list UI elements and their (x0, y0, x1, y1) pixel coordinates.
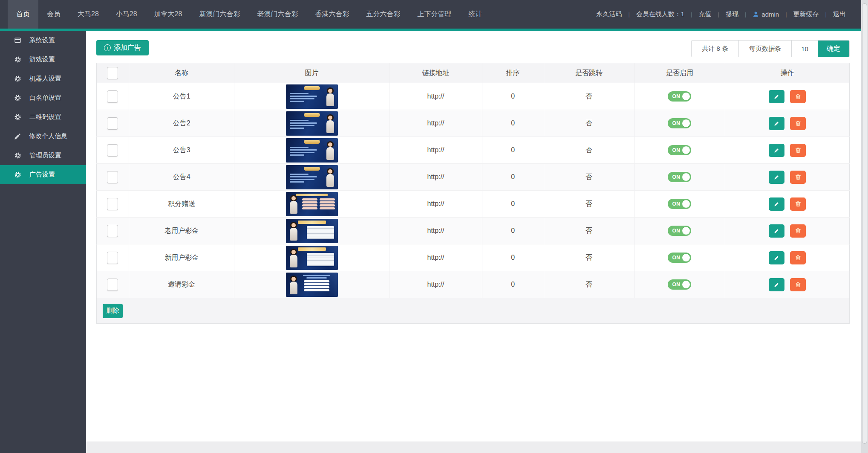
row-checkbox[interactable] (107, 279, 118, 291)
toolbar: + 添加广告 共计 8 条 每页数据条 确定 (96, 40, 850, 57)
ad-banner-image (286, 111, 338, 136)
add-ad-button[interactable]: + 添加广告 (96, 40, 149, 55)
plus-icon: + (104, 44, 111, 51)
sidebar-item-robot-settings[interactable]: 机器人设置 (0, 69, 86, 88)
sidebar-item-ad-settings[interactable]: 广告设置 (0, 165, 86, 184)
withdraw[interactable]: 提现 (726, 10, 738, 18)
toggle-knob (682, 253, 690, 262)
banner-figure (288, 222, 299, 241)
nav-tab[interactable]: 老澳门六合彩 (248, 0, 306, 29)
nav-tab[interactable]: 上下分管理 (409, 0, 460, 29)
sidebar-item-whitelist-settings[interactable]: 白名单设置 (0, 88, 86, 107)
nav-tab[interactable]: 会员 (38, 0, 69, 29)
ad-name: 新用户彩金 (129, 244, 234, 271)
delete-row-button[interactable] (790, 144, 806, 157)
nav-tab[interactable]: 统计 (460, 0, 490, 29)
top-nav: 首页会员大马28小马28加拿大28新澳门六合彩老澳门六合彩香港六合彩五分六合彩上… (0, 0, 868, 29)
ad-sort: 0 (482, 137, 544, 164)
nav-tab[interactable]: 大马28 (69, 0, 107, 29)
edit-button[interactable] (769, 224, 784, 238)
sidebar-item-admin-settings[interactable]: 管理员设置 (0, 146, 86, 165)
admin-user[interactable]: admin (753, 11, 779, 18)
separator: | (691, 11, 692, 17)
nav-tab[interactable]: 首页 (8, 0, 38, 29)
select-all-checkbox[interactable] (107, 67, 118, 79)
toggle-on-label: ON (672, 93, 680, 99)
edit-button[interactable] (769, 144, 784, 157)
column-header: 图片 (234, 63, 389, 83)
row-checkbox[interactable] (107, 90, 118, 103)
banner-figure (325, 168, 336, 188)
delete-row-button[interactable] (790, 90, 806, 103)
edit-button[interactable] (769, 251, 784, 264)
enable-toggle[interactable]: ON (668, 145, 691, 155)
sidebar-item-edit-profile[interactable]: 修改个人信息 (0, 127, 86, 146)
gear-icon (14, 171, 21, 178)
sidebar-item-label: 二维码设置 (29, 113, 61, 121)
per-page-input[interactable] (791, 41, 818, 57)
nav-tab[interactable]: 加拿大28 (146, 0, 191, 29)
sidebar-item-qrcode-settings[interactable]: 二维码设置 (0, 107, 86, 127)
recharge[interactable]: 充值 (699, 10, 712, 18)
edit-pencil-icon (773, 282, 780, 288)
ad-jump: 否 (544, 271, 634, 298)
row-checkbox[interactable] (107, 144, 118, 157)
edit-button[interactable] (769, 117, 784, 130)
total-count: 共计 8 条 (692, 41, 738, 57)
enable-toggle[interactable]: ON (668, 118, 691, 128)
refresh-cache[interactable]: 更新缓存 (793, 10, 819, 18)
toggle-on-label: ON (672, 228, 680, 234)
banner-figure (325, 114, 336, 134)
enable-toggle[interactable]: ON (668, 253, 691, 263)
confirm-button[interactable]: 确定 (818, 41, 849, 57)
nav-tab[interactable]: 小马28 (107, 0, 146, 29)
delete-row-button[interactable] (790, 197, 806, 211)
delete-row-button[interactable] (790, 117, 806, 130)
delete-row-button[interactable] (790, 278, 806, 291)
perma-code-label: 永久活码 (596, 10, 622, 18)
row-checkbox[interactable] (107, 198, 118, 210)
table-row: 公告3 http:// 0 否 ON (97, 137, 850, 164)
trash-icon (795, 254, 802, 261)
nav-tab[interactable]: 新澳门六合彩 (190, 0, 248, 29)
ad-name: 邀请彩金 (129, 271, 234, 298)
trash-icon (795, 200, 802, 207)
delete-selected-button[interactable]: 删除 (103, 304, 123, 318)
sidebar-item-system-settings[interactable]: 系统设置 (0, 31, 86, 50)
trash-icon (795, 147, 802, 154)
enable-toggle[interactable]: ON (668, 91, 691, 102)
table-header: 名称图片链接地址排序是否跳转是否启用操作 (97, 63, 850, 83)
perma-code[interactable]: 永久活码 (596, 10, 622, 18)
pagination-bar: 共计 8 条 每页数据条 确定 (691, 40, 850, 57)
sidebar-item-game-settings[interactable]: 游戏设置 (0, 50, 86, 69)
ad-jump: 否 (544, 83, 634, 110)
ad-link: http:// (389, 271, 482, 298)
delete-row-button[interactable] (790, 171, 806, 184)
logout[interactable]: 退出 (833, 10, 846, 18)
select-all-cell (97, 63, 129, 83)
edit-button[interactable] (769, 171, 784, 184)
delete-row-button[interactable] (790, 224, 806, 238)
edit-button[interactable] (769, 278, 784, 291)
edit-pencil-icon (773, 120, 780, 127)
ad-sort: 0 (482, 244, 544, 271)
enable-toggle[interactable]: ON (668, 199, 691, 209)
enable-toggle[interactable]: ON (668, 226, 691, 236)
enable-toggle[interactable]: ON (668, 279, 691, 290)
edit-button[interactable] (769, 197, 784, 211)
enable-toggle[interactable]: ON (668, 172, 691, 182)
edit-button[interactable] (769, 90, 784, 103)
row-checkbox[interactable] (107, 171, 118, 183)
edit-pencil-icon (773, 255, 780, 261)
ad-jump: 否 (544, 110, 634, 137)
scrollbar-thumb[interactable] (862, 3, 867, 444)
row-checkbox[interactable] (107, 225, 118, 237)
row-checkbox[interactable] (107, 252, 118, 264)
row-checkbox[interactable] (107, 117, 118, 130)
nav-tab[interactable]: 五分六合彩 (358, 0, 409, 29)
delete-row-button[interactable] (790, 251, 806, 264)
trash-icon (795, 174, 802, 180)
nav-tab[interactable]: 香港六合彩 (306, 0, 358, 29)
ad-name: 老用户彩金 (129, 218, 234, 244)
ad-sort: 0 (482, 164, 544, 191)
